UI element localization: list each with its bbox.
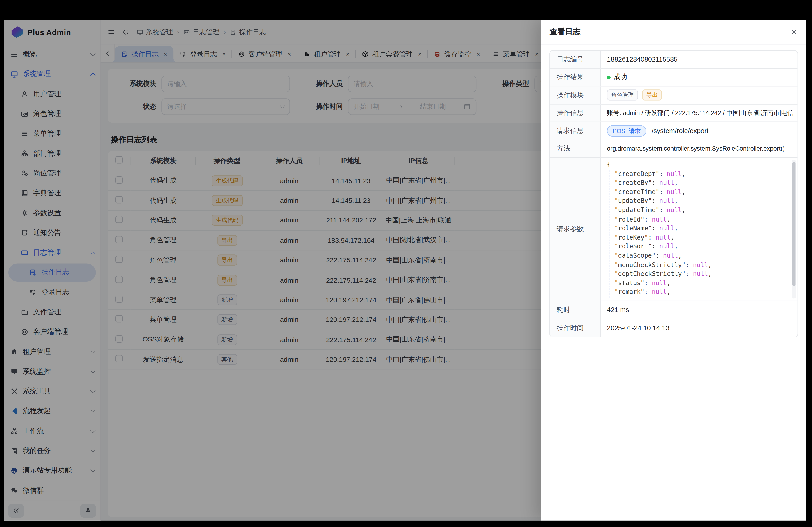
json-line: "createBy": null,	[607, 179, 791, 188]
request-info-value: POST请求 /system/role/export	[601, 122, 797, 139]
json-line: "createDept": null,	[607, 169, 791, 179]
app-window: Plus Admin 概览系统管理用户管理角色管理菜单管理部门管理岗位管理字典管…	[4, 20, 806, 521]
json-line: "updateBy": null,	[607, 197, 791, 206]
drawer-header: 查看日志	[541, 20, 806, 44]
detail-row-method: 方法 org.dromara.system.controller.system.…	[550, 140, 797, 158]
json-line: "status": null,	[607, 279, 791, 288]
detail-row-time: 操作时间 2025-01-24 10:14:13	[550, 319, 797, 337]
json-line: {	[607, 161, 791, 169]
detail-row-result: 操作结果 成功	[550, 69, 797, 86]
module-tags: 角色管理 导出	[601, 86, 797, 104]
json-scrollbar-thumb[interactable]	[792, 162, 796, 286]
log-id-value: 1882612840802115585	[601, 51, 797, 68]
json-line: "roleKey": null,	[607, 233, 791, 242]
method-value: org.dromara.system.controller.system.Sys…	[601, 140, 797, 157]
json-line: "remark": null,	[607, 288, 791, 297]
request-url: /system/role/export	[652, 127, 709, 135]
indent-guide	[609, 170, 609, 298]
detail-row-module: 操作模块 角色管理 导出	[550, 86, 797, 104]
json-line: "roleId": null,	[607, 215, 791, 224]
module-tag: 角色管理	[607, 90, 638, 101]
result-value: 成功	[601, 69, 797, 86]
detail-row-request: 请求信息 POST请求 /system/role/export	[550, 122, 797, 140]
detail-row-log-id: 日志编号 1882612840802115585	[550, 51, 797, 69]
view-log-drawer: 查看日志 日志编号 1882612840802115585 操作结果 成功 操作…	[541, 20, 806, 521]
drawer-title: 查看日志	[549, 27, 581, 37]
duration-value: 421 ms	[601, 301, 797, 318]
json-line: "deptCheckStrictly": null,	[607, 270, 791, 278]
json-line: "roleName": null,	[607, 224, 791, 233]
operation-time-value: 2025-01-24 10:14:13	[601, 319, 797, 337]
detail-row-duration: 耗时 421 ms	[550, 301, 797, 319]
json-line: "updateTime": null,	[607, 206, 791, 215]
detail-row-params: 请求参数 { "createDept": null, "createBy": n…	[550, 158, 797, 301]
status-dot	[607, 76, 611, 79]
stage: Plus Admin 概览系统管理用户管理角色管理菜单管理部门管理岗位管理字典管…	[0, 0, 812, 527]
action-tag: 导出	[642, 90, 662, 101]
request-params-value: { "createDept": null, "createBy": null, …	[601, 158, 797, 301]
close-icon[interactable]	[791, 28, 798, 35]
json-line: "roleSort": null,	[607, 242, 791, 251]
modal-overlay[interactable]	[4, 20, 541, 521]
json-line: "menuCheckStrictly": null,	[607, 260, 791, 270]
json-line: "createTime": null,	[607, 188, 791, 197]
log-detail-table: 日志编号 1882612840802115585 操作结果 成功 操作模块 角色…	[549, 50, 798, 337]
post-method-badge: POST请求	[607, 125, 647, 137]
json-line: "dataScope": null,	[607, 252, 791, 260]
json-code-block[interactable]: { "createDept": null, "createBy": null, …	[601, 158, 797, 301]
json-scrollbar[interactable]	[792, 160, 796, 298]
operation-info-value: 账号: admin / 研发部门 / 222.175.114.242 / 中国|…	[601, 104, 797, 122]
detail-row-info: 操作信息 账号: admin / 研发部门 / 222.175.114.242 …	[550, 104, 797, 122]
